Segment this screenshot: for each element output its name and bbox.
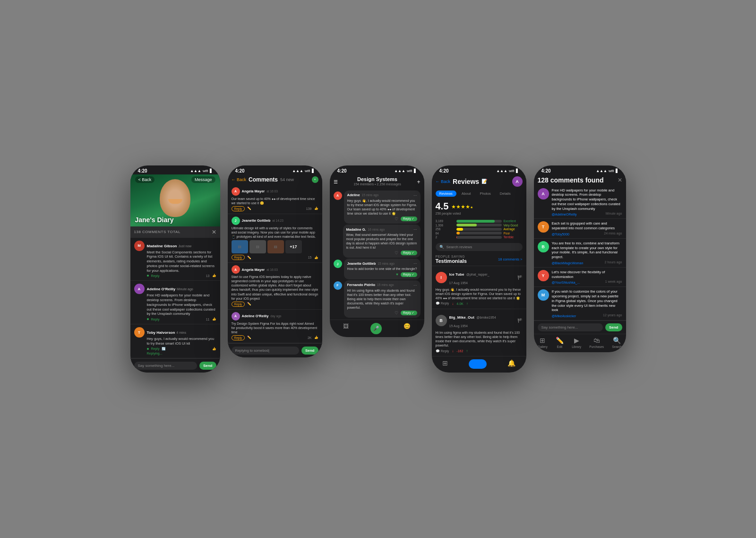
upvote-icon[interactable]: ↑ [466,302,468,306]
bubble-footer: ♥ Reply ✓ [347,272,417,277]
thumbs-icon: 👍 [314,336,318,339]
app-send-button[interactable]: Send [605,323,622,331]
back-icon[interactable]: ← Back [232,177,247,182]
reviewer-avatar: I [436,272,447,283]
comment-author[interactable]: @MikeAsskicker [552,314,576,318]
comment-body: Let's now discover the flexibility of cu… [552,270,622,285]
comment-author[interactable]: @BlackMagicWoman [552,261,584,265]
action-row: Reply ✏️ 139 👍 [232,206,318,211]
reply-badge[interactable]: Reply ✓ [401,272,417,277]
like-count: 2K [308,336,312,339]
upvote-icon[interactable]: ↑ [466,349,468,353]
reply-dot [147,348,149,350]
heart-filled-icon[interactable]: ♥ [396,272,398,277]
heart-icon[interactable]: ♡ [395,251,398,255]
sticker-icon[interactable]: 😊 [404,323,411,334]
tab-about[interactable]: About [458,191,475,197]
votes-text: 256 people voted [436,212,523,215]
stars: ★★★★ [451,204,470,209]
rating-row: 256 Average [436,227,523,231]
author-time: at 14:23 [272,219,284,222]
avatar: A [232,187,240,196]
reply-button[interactable]: Reply [232,335,245,340]
more-icon[interactable]: ··· [413,283,417,287]
rating-row: 3,169 Excellent [436,219,523,223]
comment-time: 4 mins [176,331,186,334]
back-icon[interactable]: ← Back [436,179,451,184]
nav-item-home[interactable]: ⊞ [442,359,448,369]
comment-body: Madaline GibsonJust now Meet the Social … [147,241,216,278]
downvote-icon[interactable]: ↓ [452,302,454,306]
reply-button[interactable]: 💬 Reply [436,302,449,305]
app-message-input[interactable]: Say something here... [538,323,603,331]
comment-author[interactable]: @AdelineOReilly [552,213,577,216]
close-icon[interactable]: ✕ [618,177,622,183]
thumbs-icon: 👍 [314,256,318,260]
reply-button[interactable]: Reply [232,302,245,307]
message-button[interactable]: Message [191,176,215,183]
reply-button[interactable]: 💬 Reply [436,349,449,353]
action-row: Reply ✏️ 15 👍 [232,255,318,260]
comment-count: 11 [206,318,210,321]
nav-item-gallery[interactable]: ⊞ Gallery [538,337,548,348]
status-icons-1: ▲▲▲ wifi ▋ [190,169,212,173]
heart-icon[interactable]: ♡ [395,311,398,315]
reply-link[interactable]: Reply [151,274,160,278]
mic-button[interactable]: 🎤 [370,323,382,334]
bubble-author: Fernando Pidrilo 15 mins ago ··· [347,283,417,287]
comment-author[interactable]: @Toby5000 [552,233,569,236]
more-icon[interactable]: ··· [413,193,417,198]
reply-input[interactable]: Replying to somebod| [232,347,299,355]
tab-details[interactable]: Details [496,191,515,197]
bar-terrible [456,236,502,239]
nav-item-search[interactable]: 🔍 Search [612,337,622,348]
more-icon[interactable]: ··· [413,261,417,266]
bubble-time: 15 mins ago [378,262,394,265]
reply-badge[interactable]: Reply ✓ [401,251,417,255]
back-button[interactable]: < Back [135,176,155,183]
add-button[interactable]: + [312,176,318,183]
reply-badge[interactable]: Reply ✓ [401,311,417,315]
downvote-icon[interactable]: ↓ [452,349,454,353]
add-icon[interactable]: + [417,179,420,185]
comment-actions: Reply 13 👍 [147,274,216,278]
search-bar[interactable]: 🔍 Search reviews [436,243,523,251]
comment-time: 24 mins ago [604,232,622,236]
pencil-icon: ✏️ [247,302,251,306]
nav-item-edit[interactable]: ✏️ Edit [556,337,564,348]
nav-item-library[interactable]: ▶ Library [572,337,581,348]
nav-item-chat-active[interactable]: ▬ [469,359,487,369]
review-date: 17 Aug 1954 [449,281,468,285]
menu-icon[interactable]: ☰ [334,179,338,184]
reply-button[interactable]: Reply [232,255,245,260]
bubble-text: Hey guys 👋, I actually would recommend y… [347,199,417,216]
tab-reviews[interactable]: Reviews [436,191,456,197]
heart-icon[interactable]: ♡ [395,217,398,221]
image-icon[interactable]: 🖼 [343,323,349,334]
send-button[interactable]: Send [301,347,318,355]
edit-icon: ✏️ [556,337,564,344]
send-button[interactable]: Send [199,362,216,370]
nav-item-bell[interactable]: 🔔 [507,359,515,369]
reviewer-handle: @phat_rapper_ [466,273,490,276]
bubble-time: 15 mins ago [377,283,394,286]
reply-badge[interactable]: Reply ✓ [401,217,417,221]
reply-button[interactable]: Reply [232,206,245,211]
people-saying: PEOPLE SAYING Testimonials [436,255,467,264]
more-icon[interactable]: ··· [413,227,417,232]
review-item: B Big_Mike_Out @bmike1954 15 Aug 1954 🏴 … [432,309,526,356]
tab-photos[interactable]: Photos [476,191,494,197]
reply-link[interactable]: Reply [151,347,160,350]
close-icon[interactable]: ✕ [212,229,216,235]
comment-author[interactable]: @YourShlushka_... [552,281,580,284]
reply-dot [147,275,149,277]
comments-count[interactable]: 18 comments > [498,257,522,261]
message-input[interactable]: Say something here... [134,362,197,370]
comment-item: T Toby Halvorson4 mins Hey guys, I actua… [130,324,220,358]
bell-icon: 🔔 [507,359,515,367]
time-2: 4:20 [235,168,245,174]
reply-link[interactable]: Reply [151,318,160,321]
comment-text: Meet the Social Components sections for … [147,250,216,273]
pencil-icon: ✏️ [247,207,251,210]
nav-item-purchases[interactable]: 🛍 Purchases [589,337,604,348]
